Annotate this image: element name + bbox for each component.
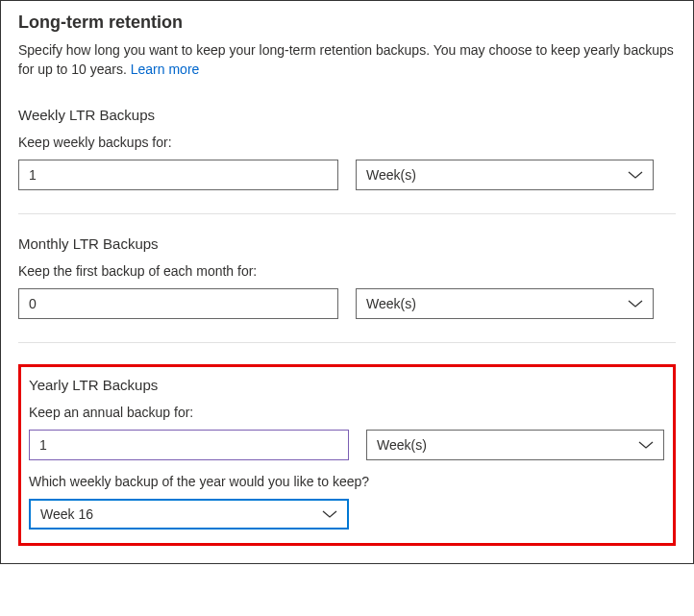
- desc-text: Specify how long you want to keep your l…: [18, 42, 674, 77]
- monthly-value-text: 0: [29, 296, 37, 311]
- yearly-label: Keep an annual backup for:: [29, 405, 665, 420]
- weekly-unit-select[interactable]: Week(s): [356, 160, 654, 190]
- yearly-unit-text: Week(s): [377, 437, 427, 453]
- yearly-heading: Yearly LTR Backups: [29, 377, 665, 393]
- learn-more-link[interactable]: Learn more: [131, 62, 200, 77]
- monthly-unit-text: Week(s): [366, 296, 416, 311]
- panel-description: Specify how long you want to keep your l…: [18, 40, 676, 80]
- chevron-down-icon: [628, 299, 643, 308]
- chevron-down-icon: [628, 170, 643, 180]
- yearly-which-text: Week 16: [40, 506, 93, 522]
- weekly-value-input[interactable]: 1: [18, 160, 338, 190]
- weekly-unit-text: Week(s): [366, 167, 416, 183]
- weekly-heading: Weekly LTR Backups: [18, 107, 676, 123]
- chevron-down-icon: [322, 509, 337, 519]
- yearly-value-input[interactable]: 1: [29, 430, 349, 460]
- monthly-heading: Monthly LTR Backups: [18, 235, 676, 252]
- weekly-row: 1 Week(s): [18, 160, 676, 190]
- weekly-label: Keep weekly backups for:: [18, 135, 676, 150]
- ltr-panel: Long-term retention Specify how long you…: [0, 0, 694, 564]
- yearly-highlight: Yearly LTR Backups Keep an annual backup…: [18, 364, 676, 546]
- monthly-value-input[interactable]: 0: [18, 288, 338, 319]
- divider: [18, 342, 676, 343]
- chevron-down-icon: [638, 440, 654, 450]
- yearly-which-label: Which weekly backup of the year would yo…: [29, 474, 665, 489]
- weekly-value-text: 1: [29, 167, 37, 183]
- monthly-unit-select[interactable]: Week(s): [356, 288, 654, 319]
- yearly-row: 1 Week(s): [29, 430, 665, 460]
- panel-title: Long-term retention: [18, 12, 676, 33]
- yearly-value-text: 1: [39, 437, 47, 453]
- monthly-row: 0 Week(s): [18, 288, 676, 319]
- divider: [18, 213, 676, 214]
- yearly-unit-select[interactable]: Week(s): [366, 430, 664, 460]
- yearly-which-select[interactable]: Week 16: [29, 499, 349, 530]
- monthly-label: Keep the first backup of each month for:: [18, 263, 676, 279]
